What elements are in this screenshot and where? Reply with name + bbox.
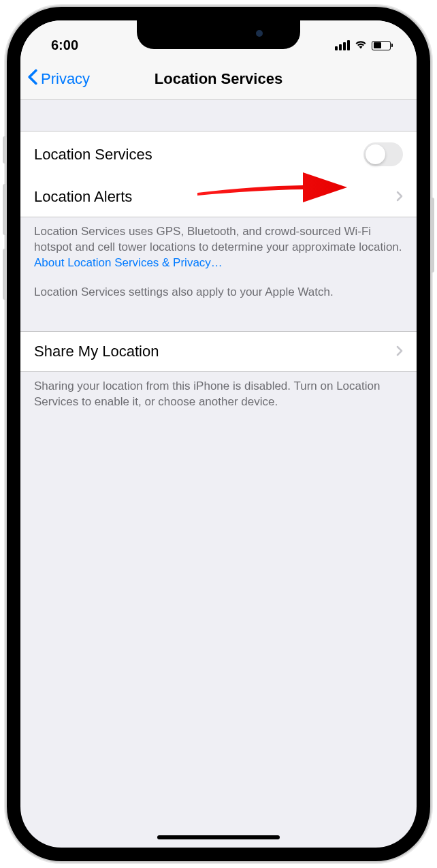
location-services-row[interactable]: Location Services xyxy=(20,131,417,177)
nav-bar: Privacy Location Services xyxy=(20,58,417,100)
settings-group-1: Location Services Location Alerts xyxy=(20,131,417,217)
screen: 6:00 xyxy=(20,20,417,848)
location-services-label: Location Services xyxy=(34,146,152,164)
status-time: 6:00 xyxy=(51,37,78,53)
mute-switch xyxy=(3,136,7,164)
chevron-left-icon xyxy=(27,69,38,89)
status-icons xyxy=(335,40,393,52)
wifi-icon xyxy=(354,40,368,52)
volume-down-button xyxy=(3,249,7,300)
location-services-desc: Location Services uses GPS, Bluetooth, a… xyxy=(34,225,402,253)
cellular-signal-icon xyxy=(335,40,350,50)
share-my-location-row[interactable]: Share My Location xyxy=(20,331,417,372)
location-alerts-label: Location Alerts xyxy=(34,188,132,206)
apple-watch-note: Location Services settings also apply to… xyxy=(20,278,417,307)
share-location-footer: Sharing your location from this iPhone i… xyxy=(20,372,417,417)
back-label: Privacy xyxy=(41,70,90,88)
location-services-toggle[interactable] xyxy=(363,142,403,166)
location-alerts-row[interactable]: Location Alerts xyxy=(20,177,417,217)
back-button[interactable]: Privacy xyxy=(27,69,90,89)
chevron-right-icon xyxy=(396,343,403,360)
battery-icon xyxy=(372,41,393,50)
volume-up-button xyxy=(3,184,7,235)
share-my-location-label: Share My Location xyxy=(34,343,159,360)
notch xyxy=(137,20,300,49)
content-area: Location Services Location Alerts xyxy=(20,100,417,417)
power-button xyxy=(430,198,434,273)
toggle-knob xyxy=(366,144,385,164)
chevron-right-icon xyxy=(396,188,403,206)
device-frame: 6:00 xyxy=(7,7,430,861)
about-location-privacy-link[interactable]: About Location Services & Privacy… xyxy=(34,256,223,269)
location-services-footer: Location Services uses GPS, Bluetooth, a… xyxy=(20,217,417,278)
home-indicator[interactable] xyxy=(157,835,280,839)
device-inner: 6:00 xyxy=(18,18,419,850)
